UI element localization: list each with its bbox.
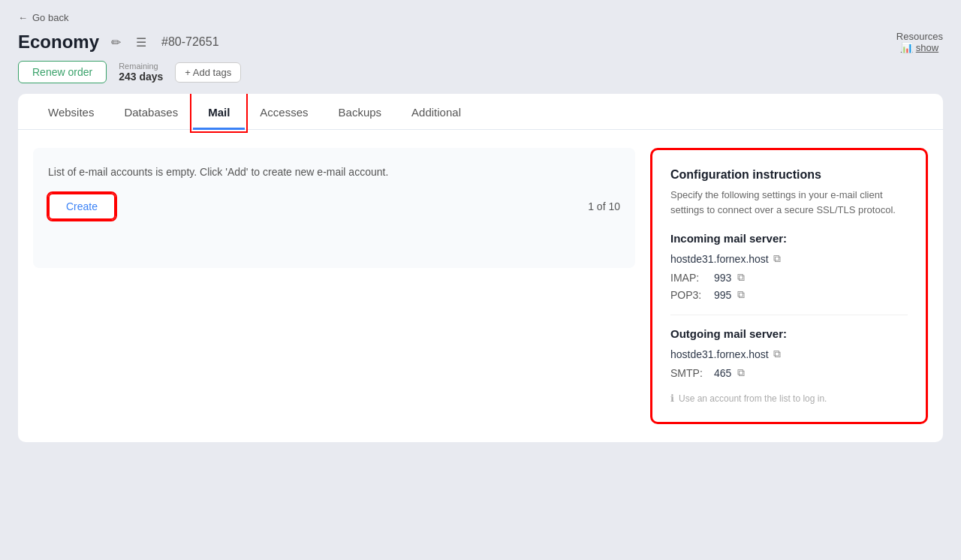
tab-databases[interactable]: Databases [109, 94, 193, 130]
imap-port: 993 [714, 272, 731, 284]
info-row: ℹ Use an account from the list to log in… [670, 393, 908, 404]
bar-chart-icon: 📊 [901, 42, 913, 53]
pop3-label: POP3: [670, 289, 708, 301]
info-icon: ℹ [670, 393, 674, 404]
page-title: Economy [18, 32, 99, 53]
tab-accesses[interactable]: Accesses [245, 94, 323, 130]
tabs-row: Websites Databases Mail Accesses Backups… [18, 94, 943, 130]
info-text: Use an account from the list to log in. [679, 393, 827, 404]
config-panel: Configuration instructions Specify the f… [650, 148, 928, 424]
config-description: Specify the following settings in your e… [670, 188, 908, 217]
smtp-label: SMTP: [670, 367, 708, 379]
tab-websites[interactable]: Websites [33, 94, 109, 130]
tab-mail[interactable]: Mail [193, 94, 245, 130]
resources-show-link[interactable]: 📊 show [896, 42, 943, 53]
resources-label: Resources [896, 31, 943, 42]
remaining-label: Remaining [119, 62, 163, 71]
outgoing-server-label: Outgoing mail server: [670, 327, 908, 340]
order-id: #80-72651 [161, 35, 219, 49]
list-icon-button[interactable]: ☰ [133, 34, 149, 51]
tab-backups[interactable]: Backups [324, 94, 397, 130]
content-area: List of e-mail accounts is empty. Click … [18, 130, 943, 442]
edit-icon-button[interactable]: ✏ [108, 34, 124, 51]
outgoing-host: hostde31.fornex.host [670, 348, 769, 360]
remaining-block: Remaining 243 days [119, 62, 163, 83]
go-back-link[interactable]: ← Go back [18, 12, 943, 23]
add-tags-button[interactable]: + Add tags [175, 62, 241, 83]
outgoing-host-copy-icon[interactable]: ⧉ [773, 348, 781, 360]
smtp-copy-icon[interactable]: ⧉ [737, 366, 745, 379]
pagination-info: 1 of 10 [588, 200, 620, 212]
pop3-copy-icon[interactable]: ⧉ [737, 288, 745, 301]
outgoing-host-row: hostde31.fornex.host ⧉ [670, 348, 908, 360]
smtp-row: SMTP: 465 ⧉ [670, 366, 908, 379]
mail-panel: List of e-mail accounts is empty. Click … [33, 148, 635, 268]
config-title: Configuration instructions [670, 168, 908, 182]
outgoing-server-section: Outgoing mail server: hostde31.fornex.ho… [670, 327, 908, 379]
pop3-row: POP3: 995 ⧉ [670, 288, 908, 301]
incoming-host: hostde31.fornex.host [670, 253, 769, 265]
tab-additional[interactable]: Additional [396, 94, 476, 130]
create-button[interactable]: Create [48, 193, 116, 220]
empty-message: List of e-mail accounts is empty. Click … [48, 166, 620, 178]
remaining-days: 243 days [119, 71, 163, 83]
resources-block: Resources 📊 show [896, 31, 943, 53]
imap-copy-icon[interactable]: ⧉ [737, 271, 745, 284]
incoming-host-row: hostde31.fornex.host ⧉ [670, 252, 908, 265]
arrow-left-icon: ← [18, 12, 28, 23]
renew-order-button[interactable]: Renew order [18, 61, 107, 83]
resources-show-label: show [916, 42, 938, 53]
imap-row: IMAP: 993 ⧉ [670, 271, 908, 284]
smtp-port: 465 [714, 367, 731, 379]
mail-panel-footer: Create 1 of 10 [48, 193, 620, 220]
imap-label: IMAP: [670, 272, 708, 284]
incoming-host-copy-icon[interactable]: ⧉ [773, 252, 781, 265]
main-card: Websites Databases Mail Accesses Backups… [18, 94, 943, 442]
incoming-server-section: Incoming mail server: hostde31.fornex.ho… [670, 232, 908, 301]
pop3-port: 995 [714, 289, 731, 301]
incoming-server-label: Incoming mail server: [670, 232, 908, 245]
go-back-label: Go back [32, 12, 68, 23]
